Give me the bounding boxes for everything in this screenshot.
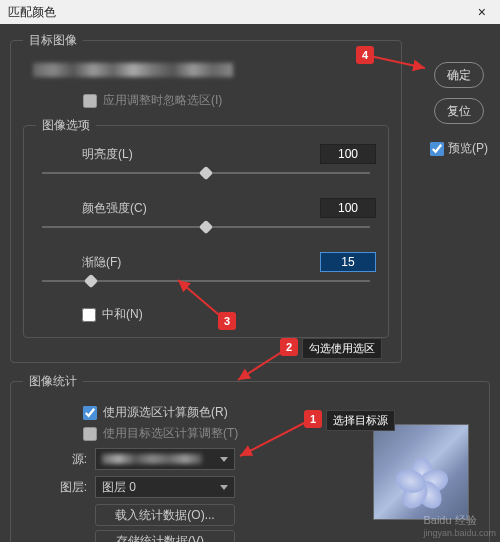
annotation-2-label: 勾选使用选区 — [302, 338, 382, 359]
reset-button[interactable]: 复位 — [434, 98, 484, 124]
target-filename-blurred — [33, 63, 233, 77]
target-image-legend: 目标图像 — [23, 32, 83, 49]
titlebar: 匹配颜色 × — [0, 0, 500, 24]
layer-label: 图层: — [23, 479, 87, 496]
ok-button[interactable]: 确定 — [434, 62, 484, 88]
image-stats-legend: 图像统计 — [23, 373, 83, 390]
intensity-slider[interactable] — [42, 222, 370, 234]
neutralize-label: 中和(N) — [102, 306, 143, 323]
ignore-selection-checkbox — [83, 94, 97, 108]
source-label: 源: — [23, 451, 87, 468]
watermark: Baidu 经验 jingyan.baidu.com — [423, 513, 496, 538]
close-icon[interactable]: × — [472, 4, 492, 20]
fade-label: 渐隐(F) — [36, 254, 166, 271]
preview-label: 预览(P) — [448, 140, 488, 157]
chevron-down-icon — [220, 485, 228, 490]
source-select[interactable] — [95, 448, 235, 470]
image-options-group: 图像选项 明亮度(L) 100 颜色强度(C) 100 — [23, 117, 389, 338]
intensity-label: 颜色强度(C) — [36, 200, 166, 217]
chevron-down-icon — [220, 457, 228, 462]
image-options-legend: 图像选项 — [36, 117, 96, 134]
target-image-group: 目标图像 应用调整时忽略选区(I) 图像选项 明亮度(L) 100 颜色强度(C… — [10, 32, 402, 363]
load-stats-button[interactable]: 载入统计数据(O)... — [95, 504, 235, 526]
brightness-label: 明亮度(L) — [36, 146, 166, 163]
brightness-value[interactable]: 100 — [320, 144, 376, 164]
annotation-1-label: 选择目标源 — [326, 410, 395, 431]
preview-checkbox[interactable] — [430, 142, 444, 156]
fade-value[interactable]: 15 — [320, 252, 376, 272]
window-title: 匹配颜色 — [8, 4, 472, 21]
neutralize-checkbox[interactable] — [82, 308, 96, 322]
use-target-selection-label: 使用目标选区计算调整(T) — [103, 425, 238, 442]
intensity-value[interactable]: 100 — [320, 198, 376, 218]
brightness-slider[interactable] — [42, 168, 370, 180]
ignore-selection-label: 应用调整时忽略选区(I) — [103, 92, 222, 109]
source-thumbnail — [373, 424, 469, 520]
save-stats-button[interactable]: 存储统计数据(V)... — [95, 530, 235, 542]
use-target-selection-checkbox — [83, 427, 97, 441]
fade-slider[interactable] — [42, 276, 370, 288]
image-stats-group: 图像统计 使用源选区计算颜色(R) 使用目标选区计算调整(T) 源: 图层: 图… — [10, 373, 490, 542]
layer-select-value: 图层 0 — [102, 479, 136, 496]
layer-select[interactable]: 图层 0 — [95, 476, 235, 498]
use-source-selection-checkbox[interactable] — [83, 406, 97, 420]
use-source-selection-label: 使用源选区计算颜色(R) — [103, 404, 228, 421]
